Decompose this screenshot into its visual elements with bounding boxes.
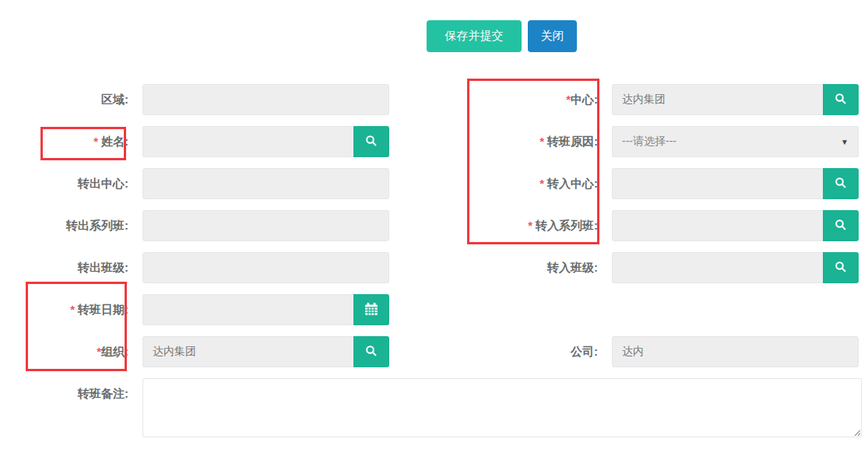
out-center-label: 转出中心: — [0, 168, 128, 199]
in-class-search-button[interactable] — [823, 252, 859, 283]
out-series-class-label: 转出系列班: — [0, 210, 128, 241]
required-mark: * — [70, 303, 75, 316]
region-input — [142, 84, 389, 115]
organization-label: *组织: — [0, 336, 128, 367]
company-input — [612, 336, 859, 367]
in-class-label: 转入班级: — [436, 252, 598, 283]
name-label: *姓名: — [0, 126, 128, 157]
close-button[interactable]: 关闭 — [528, 20, 577, 52]
center-input[interactable] — [612, 84, 823, 115]
out-class-input — [142, 252, 389, 283]
center-search-button[interactable] — [823, 84, 859, 115]
search-icon — [365, 345, 378, 360]
center-label: *中心: — [436, 84, 598, 115]
name-input[interactable] — [142, 126, 353, 157]
out-class-label: 转出班级: — [0, 252, 128, 283]
in-center-search-button[interactable] — [823, 168, 859, 199]
chevron-down-icon: ▼ — [841, 138, 849, 146]
save-submit-button[interactable]: 保存并提交 — [427, 20, 522, 52]
in-class-input[interactable] — [612, 252, 823, 283]
in-series-class-search-button[interactable] — [823, 210, 859, 241]
out-series-class-input — [142, 210, 389, 241]
required-mark: * — [528, 219, 532, 232]
required-mark: * — [539, 177, 544, 190]
transfer-reason-select[interactable]: ---请选择--- ▼ — [612, 126, 859, 157]
transfer-remark-label: 转班备注: — [0, 378, 128, 409]
required-mark: * — [539, 135, 544, 148]
in-center-input[interactable] — [612, 168, 823, 199]
company-label: 公司: — [436, 336, 598, 367]
search-icon — [835, 93, 847, 107]
transfer-date-label: *转班日期: — [0, 294, 128, 325]
calendar-icon — [364, 302, 378, 318]
search-icon — [835, 219, 847, 233]
search-icon — [835, 261, 847, 275]
search-icon — [835, 177, 847, 191]
region-label: 区域: — [0, 84, 128, 115]
in-center-label: *转入中心: — [436, 168, 598, 199]
search-icon — [365, 135, 378, 149]
organization-search-button[interactable] — [353, 336, 389, 367]
transfer-date-input[interactable] — [142, 294, 353, 325]
organization-input[interactable] — [142, 336, 353, 367]
in-series-class-input[interactable] — [612, 210, 823, 241]
out-center-input — [142, 168, 389, 199]
in-series-class-label: *转入系列班: — [436, 210, 598, 241]
required-mark: * — [93, 135, 98, 148]
transfer-date-calendar-button[interactable] — [353, 294, 389, 325]
transfer-class-form: 保存并提交 关闭 区域: *中心: *姓名: *转班原因 — [0, 0, 868, 449]
name-search-button[interactable] — [353, 126, 389, 157]
transfer-reason-label: *转班原因: — [436, 126, 598, 157]
selected-option-text: ---请选择--- — [622, 135, 676, 149]
transfer-remark-textarea[interactable] — [142, 378, 862, 437]
